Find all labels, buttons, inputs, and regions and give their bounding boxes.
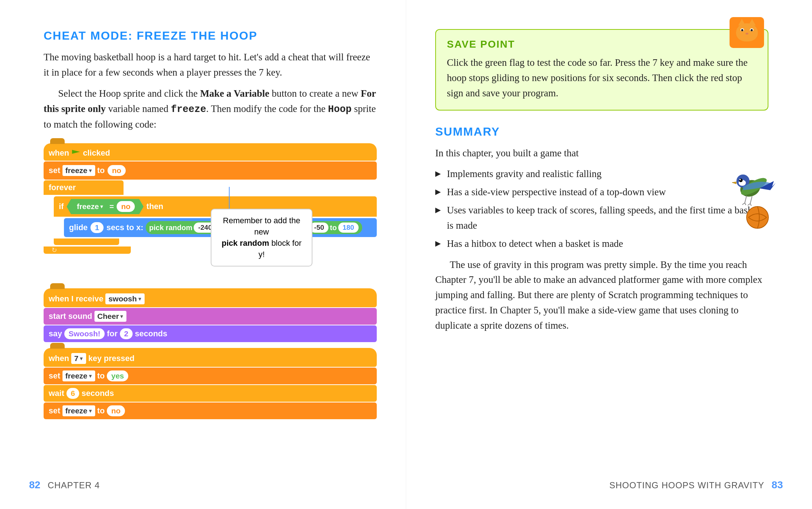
when-receive-hat: when I receive swoosh ▾ — [44, 288, 377, 307]
scratch-group-3: when 7 ▾ key pressed set freeze ▾ to yes… — [44, 348, 377, 419]
freeze-dropdown: freeze ▾ — [62, 165, 95, 176]
two-val: 2 — [120, 328, 133, 339]
summary-title: Summary — [435, 125, 768, 139]
wait-block: wait 6 seconds — [44, 385, 377, 402]
svg-point-5 — [739, 179, 741, 180]
forever-top: forever — [44, 180, 124, 195]
left-footer-left: 82 Chapter 4 — [29, 479, 100, 491]
freeze-equals-no: freeze ▾ = no — [66, 199, 144, 214]
right-chapter-label: Shooting Hoops with Gravity — [609, 480, 764, 490]
scratch-code-area: when clicked set freeze ▾ to no forever — [44, 143, 377, 419]
clicked-label: clicked — [83, 148, 110, 158]
set-freeze-block: set freeze ▾ to no — [44, 161, 377, 180]
scratch-group-2: when I receive swoosh ▾ start sound Chee… — [44, 288, 377, 342]
when-key-hat: when 7 ▾ key pressed — [44, 348, 377, 367]
callout-box: Remember to add the newpick random block… — [211, 209, 312, 266]
left-page-number: 82 — [29, 479, 40, 491]
svg-point-0 — [747, 207, 768, 228]
when-clicked-hat: when clicked — [44, 143, 377, 161]
right-page-number: 83 — [772, 479, 783, 491]
save-point-box: Save Point Click the green flag to test … — [435, 29, 768, 111]
left-chapter-label: Chapter 4 — [48, 480, 100, 490]
swoosh-text: Swoosh! — [64, 328, 105, 339]
save-point-text: Click the green flag to test the code so… — [447, 55, 757, 101]
swoosh-dropdown: swoosh ▾ — [105, 293, 144, 304]
right-footer-right: Shooting Hoops with Gravity 83 — [609, 479, 783, 491]
glide-1-val: 1 — [90, 221, 104, 234]
freeze-dropdown4: freeze ▾ — [62, 405, 95, 416]
closing-text: The use of gravity in this program was p… — [435, 257, 768, 333]
right-page: Save Point Click the green flag to test … — [406, 0, 812, 509]
when-label: when — [49, 148, 69, 158]
cheer-dropdown: Cheer ▾ — [94, 311, 127, 322]
set-freeze-yes-block: set freeze ▾ to yes — [44, 368, 377, 384]
summary-intro: In this chapter, you built a game that — [435, 146, 768, 161]
yes-value: yes — [107, 370, 128, 381]
flag-icon — [72, 150, 80, 156]
intro-para-2: Select the Hoop sprite and click the Mak… — [44, 86, 377, 133]
no-value3: no — [107, 405, 125, 416]
callout-area: Remember to add the newpick random block… — [211, 209, 377, 266]
left-footer: 82 Chapter 4 — [0, 479, 406, 491]
seven-dropdown: 7 ▾ — [71, 353, 86, 364]
freeze-dropdown3: freeze ▾ — [62, 370, 95, 381]
if-bottom — [54, 239, 119, 245]
no-value: no — [107, 164, 126, 177]
bullet-4: Has a hitbox to detect when a basket is … — [435, 236, 768, 252]
set-freeze-no-block: set freeze ▾ to no — [44, 402, 377, 419]
freeze-dropdown2: freeze ▾ — [74, 201, 106, 212]
loop-icon: ↻ — [52, 246, 57, 254]
save-point-title: Save Point — [447, 39, 757, 50]
svg-point-4 — [739, 179, 743, 182]
intro-para-1: The moving basketball hoop is a hard tar… — [44, 50, 377, 80]
start-sound-block: start sound Cheer ▾ — [44, 308, 377, 325]
left-title: Cheat Mode: Freeze the Hoop — [44, 29, 377, 43]
scratch-cat-icon — [730, 17, 764, 48]
summary-content: Implements gravity and realistic falling… — [435, 167, 768, 251]
six-val: 6 — [66, 388, 80, 399]
no-value2: no — [117, 201, 135, 212]
callout-line — [229, 187, 230, 209]
left-page: Cheat Mode: Freeze the Hoop The moving b… — [0, 0, 406, 509]
say-block: say Swoosh! for 2 seconds — [44, 325, 377, 342]
forever-bottom: ↻ — [44, 247, 131, 254]
bird-illustration — [714, 159, 790, 232]
right-footer: Shooting Hoops with Gravity 83 — [406, 479, 812, 491]
